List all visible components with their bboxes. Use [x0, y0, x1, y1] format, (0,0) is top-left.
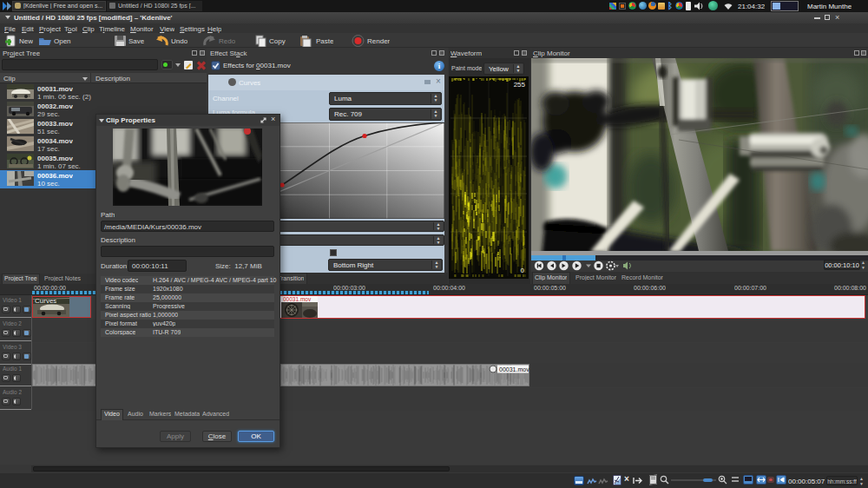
- svg-text:00031.mov: 00031.mov: [499, 366, 529, 373]
- svg-text:255: 255: [514, 81, 526, 89]
- svg-text:0: 0: [521, 267, 525, 274]
